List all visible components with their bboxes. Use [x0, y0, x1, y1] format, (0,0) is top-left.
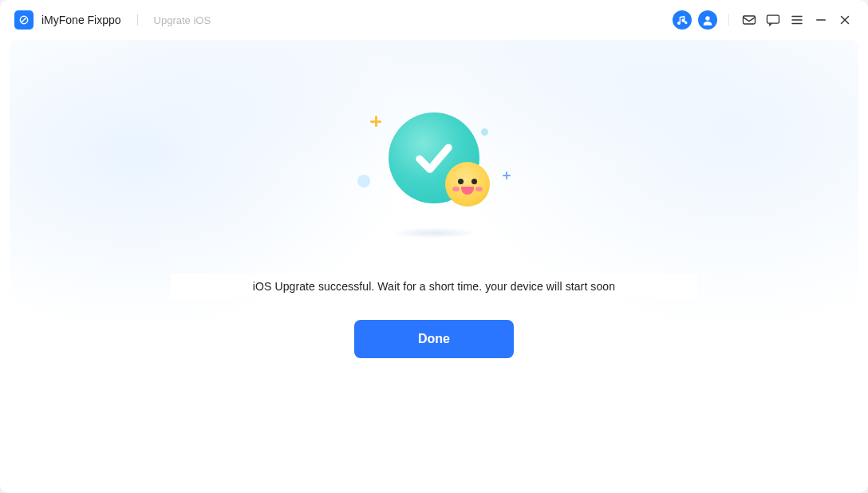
titlebar-divider [137, 14, 138, 26]
menu-icon[interactable] [788, 11, 806, 29]
close-icon[interactable] [836, 11, 854, 29]
svg-point-3 [705, 16, 709, 20]
svg-rect-5 [767, 15, 779, 23]
illustration-shadow [390, 227, 478, 239]
decor-dot [357, 175, 370, 187]
minimize-icon[interactable] [812, 11, 830, 29]
sparkle-small-icon [503, 172, 511, 179]
titlebar-left: iMyFone Fixppo Upgrate iOS [14, 10, 211, 30]
titlebar-right [673, 10, 854, 30]
svg-point-2 [685, 22, 688, 24]
happy-emoji-icon [445, 162, 490, 207]
content-center: iOS Upgrate successful. Wait for a short… [10, 40, 858, 483]
titlebar-separator [728, 14, 729, 26]
breadcrumb: Upgrate iOS [154, 14, 211, 26]
account-icon[interactable] [698, 10, 717, 30]
svg-rect-4 [744, 16, 756, 24]
sparkle-icon [370, 116, 381, 127]
content-panel: iOS Upgrate successful. Wait for a short… [10, 40, 858, 483]
app-logo-icon [14, 10, 34, 30]
done-button[interactable]: Done [354, 320, 514, 358]
titlebar: iMyFone Fixppo Upgrate iOS [0, 0, 868, 40]
music-icon[interactable] [673, 10, 692, 30]
mail-icon[interactable] [740, 11, 758, 29]
chat-icon[interactable] [764, 11, 782, 29]
app-name: iMyFone Fixppo [41, 14, 121, 26]
success-illustration [346, 108, 522, 243]
app-window: iMyFone Fixppo Upgrate iOS [0, 0, 868, 493]
status-message: iOS Upgrate successful. Wait for a short… [171, 274, 697, 299]
decor-dot [481, 128, 488, 136]
